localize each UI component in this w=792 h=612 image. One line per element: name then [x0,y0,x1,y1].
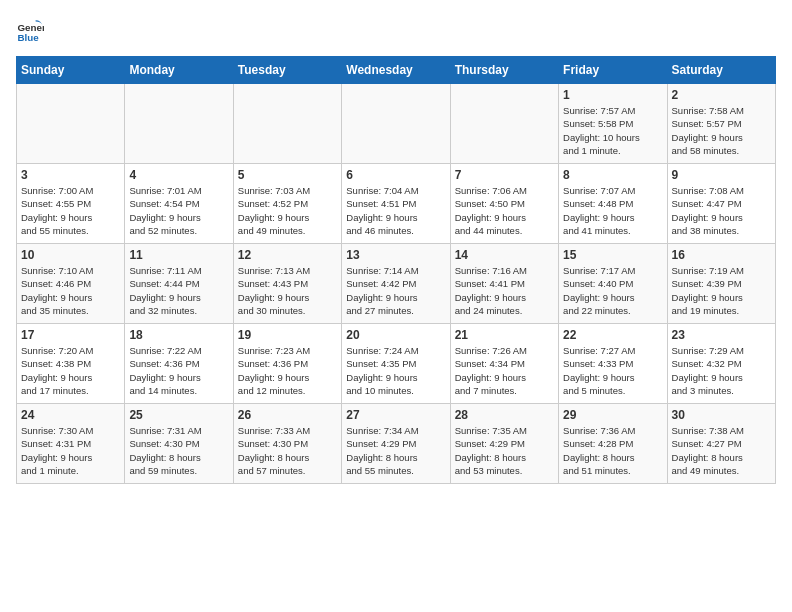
calendar-cell: 30Sunrise: 7:38 AM Sunset: 4:27 PM Dayli… [667,404,775,484]
day-number: 3 [21,168,120,182]
day-number: 11 [129,248,228,262]
day-number: 29 [563,408,662,422]
day-number: 21 [455,328,554,342]
day-info: Sunrise: 7:23 AM Sunset: 4:36 PM Dayligh… [238,344,337,397]
calendar-cell: 16Sunrise: 7:19 AM Sunset: 4:39 PM Dayli… [667,244,775,324]
day-number: 8 [563,168,662,182]
day-info: Sunrise: 7:06 AM Sunset: 4:50 PM Dayligh… [455,184,554,237]
calendar-cell: 18Sunrise: 7:22 AM Sunset: 4:36 PM Dayli… [125,324,233,404]
day-number: 1 [563,88,662,102]
calendar-cell: 14Sunrise: 7:16 AM Sunset: 4:41 PM Dayli… [450,244,558,324]
day-info: Sunrise: 7:31 AM Sunset: 4:30 PM Dayligh… [129,424,228,477]
calendar-body: 1Sunrise: 7:57 AM Sunset: 5:58 PM Daylig… [17,84,776,484]
svg-text:Blue: Blue [17,32,39,43]
calendar-week-row: 17Sunrise: 7:20 AM Sunset: 4:38 PM Dayli… [17,324,776,404]
day-number: 23 [672,328,771,342]
calendar-cell: 24Sunrise: 7:30 AM Sunset: 4:31 PM Dayli… [17,404,125,484]
calendar-cell: 1Sunrise: 7:57 AM Sunset: 5:58 PM Daylig… [559,84,667,164]
day-info: Sunrise: 7:57 AM Sunset: 5:58 PM Dayligh… [563,104,662,157]
day-info: Sunrise: 7:03 AM Sunset: 4:52 PM Dayligh… [238,184,337,237]
day-number: 13 [346,248,445,262]
day-number: 15 [563,248,662,262]
day-number: 6 [346,168,445,182]
calendar-cell: 15Sunrise: 7:17 AM Sunset: 4:40 PM Dayli… [559,244,667,324]
day-info: Sunrise: 7:10 AM Sunset: 4:46 PM Dayligh… [21,264,120,317]
day-number: 9 [672,168,771,182]
day-info: Sunrise: 7:27 AM Sunset: 4:33 PM Dayligh… [563,344,662,397]
calendar-cell: 3Sunrise: 7:00 AM Sunset: 4:55 PM Daylig… [17,164,125,244]
day-info: Sunrise: 7:11 AM Sunset: 4:44 PM Dayligh… [129,264,228,317]
day-info: Sunrise: 7:01 AM Sunset: 4:54 PM Dayligh… [129,184,228,237]
day-number: 16 [672,248,771,262]
day-info: Sunrise: 7:33 AM Sunset: 4:30 PM Dayligh… [238,424,337,477]
day-number: 14 [455,248,554,262]
day-info: Sunrise: 7:16 AM Sunset: 4:41 PM Dayligh… [455,264,554,317]
day-info: Sunrise: 7:29 AM Sunset: 4:32 PM Dayligh… [672,344,771,397]
calendar-cell: 29Sunrise: 7:36 AM Sunset: 4:28 PM Dayli… [559,404,667,484]
calendar-cell: 9Sunrise: 7:08 AM Sunset: 4:47 PM Daylig… [667,164,775,244]
calendar-cell [450,84,558,164]
day-info: Sunrise: 7:30 AM Sunset: 4:31 PM Dayligh… [21,424,120,477]
day-of-week-header: Wednesday [342,57,450,84]
calendar-cell: 7Sunrise: 7:06 AM Sunset: 4:50 PM Daylig… [450,164,558,244]
calendar-week-row: 1Sunrise: 7:57 AM Sunset: 5:58 PM Daylig… [17,84,776,164]
day-number: 24 [21,408,120,422]
calendar-cell: 6Sunrise: 7:04 AM Sunset: 4:51 PM Daylig… [342,164,450,244]
page-header: General Blue [16,16,776,44]
day-number: 26 [238,408,337,422]
day-info: Sunrise: 7:22 AM Sunset: 4:36 PM Dayligh… [129,344,228,397]
day-number: 10 [21,248,120,262]
day-info: Sunrise: 7:08 AM Sunset: 4:47 PM Dayligh… [672,184,771,237]
day-info: Sunrise: 7:35 AM Sunset: 4:29 PM Dayligh… [455,424,554,477]
calendar-cell: 4Sunrise: 7:01 AM Sunset: 4:54 PM Daylig… [125,164,233,244]
calendar-header-row: SundayMondayTuesdayWednesdayThursdayFrid… [17,57,776,84]
day-info: Sunrise: 7:04 AM Sunset: 4:51 PM Dayligh… [346,184,445,237]
day-info: Sunrise: 7:24 AM Sunset: 4:35 PM Dayligh… [346,344,445,397]
day-of-week-header: Tuesday [233,57,341,84]
day-number: 17 [21,328,120,342]
calendar-cell: 17Sunrise: 7:20 AM Sunset: 4:38 PM Dayli… [17,324,125,404]
calendar-cell: 2Sunrise: 7:58 AM Sunset: 5:57 PM Daylig… [667,84,775,164]
calendar-week-row: 3Sunrise: 7:00 AM Sunset: 4:55 PM Daylig… [17,164,776,244]
day-of-week-header: Sunday [17,57,125,84]
day-number: 27 [346,408,445,422]
day-of-week-header: Monday [125,57,233,84]
day-number: 25 [129,408,228,422]
calendar-week-row: 10Sunrise: 7:10 AM Sunset: 4:46 PM Dayli… [17,244,776,324]
day-number: 4 [129,168,228,182]
calendar-cell: 25Sunrise: 7:31 AM Sunset: 4:30 PM Dayli… [125,404,233,484]
day-number: 12 [238,248,337,262]
calendar-cell [125,84,233,164]
logo: General Blue [16,16,48,44]
calendar-cell: 23Sunrise: 7:29 AM Sunset: 4:32 PM Dayli… [667,324,775,404]
day-number: 19 [238,328,337,342]
calendar-week-row: 24Sunrise: 7:30 AM Sunset: 4:31 PM Dayli… [17,404,776,484]
day-of-week-header: Friday [559,57,667,84]
calendar-cell: 22Sunrise: 7:27 AM Sunset: 4:33 PM Dayli… [559,324,667,404]
calendar-cell: 12Sunrise: 7:13 AM Sunset: 4:43 PM Dayli… [233,244,341,324]
day-info: Sunrise: 7:20 AM Sunset: 4:38 PM Dayligh… [21,344,120,397]
day-info: Sunrise: 7:14 AM Sunset: 4:42 PM Dayligh… [346,264,445,317]
day-of-week-header: Thursday [450,57,558,84]
day-number: 2 [672,88,771,102]
logo-icon: General Blue [16,16,44,44]
day-info: Sunrise: 7:19 AM Sunset: 4:39 PM Dayligh… [672,264,771,317]
calendar-cell: 26Sunrise: 7:33 AM Sunset: 4:30 PM Dayli… [233,404,341,484]
day-info: Sunrise: 7:07 AM Sunset: 4:48 PM Dayligh… [563,184,662,237]
day-number: 22 [563,328,662,342]
calendar-cell: 28Sunrise: 7:35 AM Sunset: 4:29 PM Dayli… [450,404,558,484]
day-number: 7 [455,168,554,182]
calendar-cell: 11Sunrise: 7:11 AM Sunset: 4:44 PM Dayli… [125,244,233,324]
day-info: Sunrise: 7:13 AM Sunset: 4:43 PM Dayligh… [238,264,337,317]
calendar-cell [233,84,341,164]
calendar-cell: 21Sunrise: 7:26 AM Sunset: 4:34 PM Dayli… [450,324,558,404]
calendar-cell: 20Sunrise: 7:24 AM Sunset: 4:35 PM Dayli… [342,324,450,404]
day-info: Sunrise: 7:17 AM Sunset: 4:40 PM Dayligh… [563,264,662,317]
day-info: Sunrise: 7:26 AM Sunset: 4:34 PM Dayligh… [455,344,554,397]
day-of-week-header: Saturday [667,57,775,84]
calendar-table: SundayMondayTuesdayWednesdayThursdayFrid… [16,56,776,484]
day-number: 5 [238,168,337,182]
calendar-cell [17,84,125,164]
day-info: Sunrise: 7:34 AM Sunset: 4:29 PM Dayligh… [346,424,445,477]
calendar-cell: 8Sunrise: 7:07 AM Sunset: 4:48 PM Daylig… [559,164,667,244]
